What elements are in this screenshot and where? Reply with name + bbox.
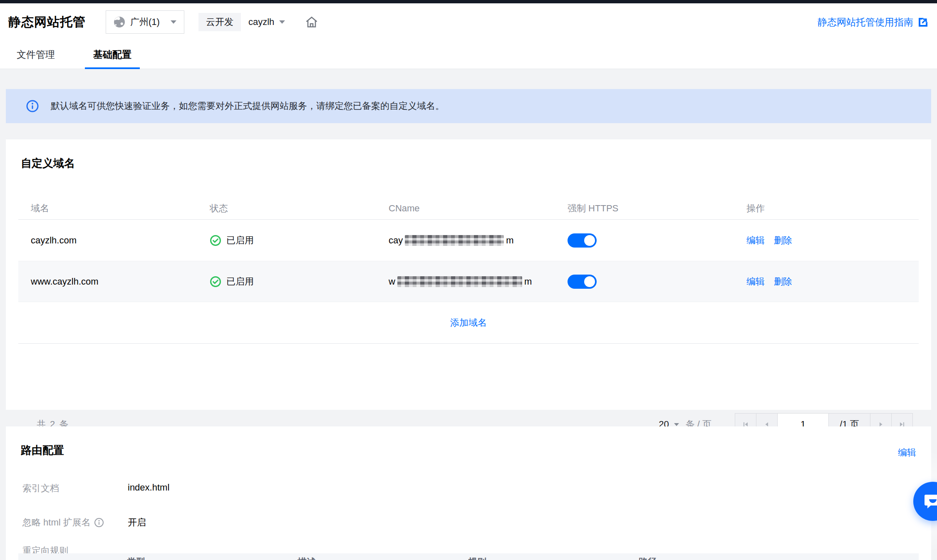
actions-cell: 编辑 删除 [734, 275, 919, 288]
page-header: 静态网站托管 广州(1) 云开发 cayzlh 静态网站托管使用指南 [0, 3, 937, 41]
info-tooltip-icon[interactable] [94, 518, 104, 528]
index-doc-value: index.html [128, 482, 169, 493]
https-toggle[interactable] [568, 233, 597, 248]
delete-button[interactable]: 删除 [774, 275, 792, 288]
top-window-strip [0, 0, 937, 3]
env-name-label: cayzlh [248, 17, 274, 27]
chevron-down-icon [171, 20, 176, 24]
ignore-html-ext-label: 忽略 html 扩展名 [22, 516, 104, 529]
tab-file-management[interactable]: 文件管理 [8, 41, 63, 69]
env-tag: 云开发 [198, 13, 241, 31]
region-selector[interactable]: 广州(1) [106, 10, 184, 34]
ignore-html-ext-text: 忽略 html 扩展名 [22, 516, 91, 529]
route-config-card: 路由配置 编辑 索引文档 index.html 忽略 html 扩展名 开启 重… [6, 426, 931, 560]
domain-value: www.cayzlh.com [18, 276, 197, 287]
https-toggle[interactable] [568, 275, 597, 289]
cname-prefix: w [389, 276, 395, 287]
domain-table-header: 域名 状态 CName 强制 HTTPS 操作 [18, 198, 919, 220]
home-button[interactable] [304, 15, 319, 30]
chevron-down-icon [674, 423, 679, 426]
col-actions: 操作 [734, 202, 919, 215]
col-cname: CName [376, 203, 555, 214]
tab-bar: 文件管理 基础配置 [0, 41, 937, 69]
info-banner: 默认域名可供您快速验证业务，如您需要对外正式提供网站服务，请绑定您已备案的自定义… [6, 89, 931, 123]
https-cell [555, 233, 734, 248]
redirect-col-desc: 描述 [297, 556, 316, 560]
redirect-col-type: 类型 [127, 556, 145, 560]
globe-icon [114, 16, 125, 28]
status-cell: 已启用 [197, 275, 376, 288]
index-doc-label: 索引文档 [22, 482, 59, 495]
info-icon [26, 99, 39, 113]
redirect-col-rule: 规则 [468, 556, 486, 560]
usage-guide-link[interactable]: 静态网站托管使用指南 [818, 16, 929, 29]
chat-bubble-icon [922, 491, 937, 512]
edit-button[interactable]: 编辑 [746, 275, 765, 288]
add-domain-button[interactable]: 添加域名 [450, 317, 487, 329]
col-status: 状态 [197, 202, 376, 215]
add-domain-row: 添加域名 [18, 302, 919, 344]
chevron-down-icon [279, 20, 285, 24]
route-edit-button[interactable]: 编辑 [898, 446, 916, 459]
check-circle-icon [210, 235, 221, 246]
usage-guide-label: 静态网站托管使用指南 [818, 16, 913, 29]
home-icon [304, 15, 319, 30]
table-row: cayzlh.com 已启用 cay m 编辑 删除 [18, 220, 919, 261]
col-force-https: 强制 HTTPS [555, 202, 734, 215]
status-badge: 已启用 [226, 234, 254, 247]
domain-table: 域名 状态 CName 强制 HTTPS 操作 cayzlh.com 已启用 c… [18, 198, 919, 344]
cname-suffix: m [524, 276, 532, 287]
redirect-table-header: 类型 描述 规则 路径 [18, 553, 919, 560]
custom-domain-title: 自定义域名 [21, 156, 75, 171]
info-banner-text: 默认域名可供您快速验证业务，如您需要对外正式提供网站服务，请绑定您已备案的自定义… [51, 100, 444, 112]
custom-domain-card: 自定义域名 域名 状态 CName 强制 HTTPS 操作 cayzlh.com… [6, 139, 931, 410]
page-title: 静态网站托管 [8, 14, 86, 31]
check-circle-icon [210, 276, 221, 287]
status-badge: 已启用 [226, 275, 254, 288]
edit-button[interactable]: 编辑 [746, 234, 765, 247]
env-selector[interactable]: cayzlh [248, 17, 285, 27]
status-cell: 已启用 [197, 234, 376, 247]
domain-value: cayzlh.com [18, 235, 197, 246]
censored-cname-block [405, 235, 504, 246]
cname-suffix: m [506, 235, 513, 246]
censored-cname-block [397, 276, 522, 287]
col-domain: 域名 [18, 202, 197, 215]
https-cell [555, 275, 734, 289]
route-config-title: 路由配置 [21, 443, 64, 458]
external-link-icon [917, 17, 929, 28]
table-row: www.cayzlh.com 已启用 w m 编辑 删除 [18, 261, 919, 302]
delete-button[interactable]: 删除 [774, 234, 792, 247]
cname-cell: w m [376, 276, 555, 287]
region-label: 广州(1) [130, 16, 160, 28]
cname-cell: cay m [376, 235, 555, 246]
redirect-col-path: 路径 [639, 556, 657, 560]
ignore-html-ext-value: 开启 [128, 516, 146, 529]
tab-basic-config[interactable]: 基础配置 [85, 41, 140, 69]
actions-cell: 编辑 删除 [734, 234, 919, 247]
cname-prefix: cay [389, 235, 403, 246]
